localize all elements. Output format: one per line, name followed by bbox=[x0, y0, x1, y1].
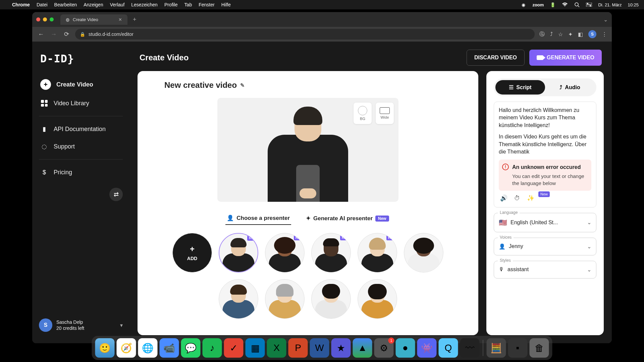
dock-whatsapp[interactable]: 💬 bbox=[181, 338, 201, 358]
presenter-option-7[interactable] bbox=[265, 279, 305, 319]
record-icon[interactable]: ◉ bbox=[520, 2, 526, 8]
dock-drive[interactable]: ▲ bbox=[353, 338, 372, 358]
presenter-option-5[interactable] bbox=[404, 233, 443, 273]
zoom-status[interactable]: zoom bbox=[532, 2, 544, 7]
presenter-option-8[interactable] bbox=[311, 279, 351, 319]
voices-select[interactable]: 👤 Jenny ⌄ bbox=[494, 238, 596, 255]
tab-title: Create Video bbox=[73, 17, 98, 22]
share-icon[interactable]: ⤴ bbox=[550, 31, 553, 37]
dock-quicktime[interactable]: Q bbox=[439, 338, 458, 358]
presenter-option-1[interactable]: HQ bbox=[219, 233, 258, 273]
menu-profile[interactable]: Profile bbox=[164, 2, 178, 7]
chevron-down-icon: ⌄ bbox=[587, 243, 591, 250]
dock-excel[interactable]: X bbox=[267, 338, 286, 358]
dock-finder[interactable]: 🙂 bbox=[95, 338, 115, 358]
add-presenter-button[interactable]: + ADD bbox=[172, 233, 212, 273]
language-select[interactable]: 🇺🇸 English (United St... ⌄ bbox=[494, 213, 596, 232]
tab-close-icon[interactable]: ✕ bbox=[118, 17, 122, 22]
tab-generate-presenter[interactable]: ✦ Generate AI presenter New bbox=[305, 212, 390, 225]
presenter-option-3[interactable]: HQ bbox=[311, 233, 351, 273]
profile-avatar[interactable]: S bbox=[588, 30, 596, 38]
tab-script[interactable]: ☰ Script bbox=[495, 80, 545, 95]
menu-tab[interactable]: Tab bbox=[184, 2, 192, 7]
sidebar: D-ID} + Create Video Video Library ▮ API… bbox=[32, 42, 129, 343]
dock-todoist[interactable]: ✓ bbox=[224, 338, 244, 358]
google-lens-icon[interactable]: Ⓖ bbox=[539, 31, 545, 38]
search-icon[interactable] bbox=[574, 2, 580, 8]
menu-anzeigen[interactable]: Anzeigen bbox=[84, 2, 103, 7]
reload-button[interactable]: ⟳ bbox=[62, 31, 70, 38]
menubar-app-name[interactable]: Chrome bbox=[12, 2, 30, 7]
dock-powerpoint[interactable]: P bbox=[288, 338, 308, 358]
wifi-icon[interactable] bbox=[562, 2, 568, 8]
tab-audio[interactable]: ⤴ Audio bbox=[545, 80, 595, 95]
dock-imovie[interactable]: ★ bbox=[331, 338, 351, 358]
dock-audio-app[interactable]: 〰 bbox=[460, 338, 480, 358]
discard-video-button[interactable]: DISCARD VIDEO bbox=[467, 50, 525, 66]
window-maximize-button[interactable] bbox=[50, 17, 54, 21]
menu-fenster[interactable]: Fenster bbox=[199, 2, 214, 7]
microphone-icon: 🎙 bbox=[499, 266, 504, 273]
expand-sidebar-button[interactable]: ⇄ bbox=[109, 188, 123, 201]
sidebar-item-video-library[interactable]: Video Library bbox=[32, 95, 129, 112]
dock-safari[interactable]: 🧭 bbox=[117, 338, 136, 358]
magic-button[interactable]: ✨ bbox=[527, 194, 534, 202]
presenter-option-6[interactable] bbox=[219, 279, 258, 319]
tab-choose-presenter[interactable]: 👤 Choose a presenter bbox=[225, 212, 291, 225]
battery-icon[interactable]: 🔋 bbox=[550, 2, 556, 8]
url-bar[interactable]: 🔒 studio.d-id.com/editor bbox=[75, 29, 535, 40]
sidebar-item-pricing[interactable]: $ Pricing bbox=[32, 164, 129, 181]
window-minimize-button[interactable] bbox=[43, 17, 47, 21]
logo[interactable]: D-ID} bbox=[32, 48, 129, 74]
dock-chrome[interactable]: 🌐 bbox=[138, 338, 158, 358]
timer-button[interactable]: ⏱ bbox=[514, 194, 520, 202]
dock-app-1[interactable]: ● bbox=[396, 338, 415, 358]
edit-pencil-icon[interactable]: ✎ bbox=[240, 82, 245, 88]
dock-trash[interactable]: 🗑 bbox=[530, 338, 549, 358]
dock-settings[interactable]: ⚙1 bbox=[374, 338, 394, 358]
background-button[interactable]: BG bbox=[354, 103, 372, 124]
menu-verlauf[interactable]: Verlauf bbox=[110, 2, 125, 7]
svg-rect-2 bbox=[586, 3, 592, 4]
chrome-menu-icon[interactable]: ⋮ bbox=[602, 31, 607, 38]
dock-calculator[interactable]: 🧮 bbox=[487, 338, 506, 358]
menu-hilfe[interactable]: Hilfe bbox=[221, 2, 231, 7]
hq-badge: HQ bbox=[340, 235, 348, 240]
dock-trello[interactable]: ▦ bbox=[246, 338, 265, 358]
sidebar-item-api[interactable]: ▮ API Documentation bbox=[32, 120, 129, 138]
presenter-option-4[interactable]: HQ bbox=[358, 233, 397, 273]
generate-video-button[interactable]: GENERATE VIDEO bbox=[529, 50, 602, 66]
bookmark-star-icon[interactable]: ☆ bbox=[558, 31, 563, 38]
presenter-option-9[interactable] bbox=[358, 279, 397, 319]
sidebar-item-create-video[interactable]: + Create Video bbox=[32, 74, 129, 95]
listen-button[interactable]: 🔊 bbox=[500, 194, 507, 202]
script-paragraph: Hallo und herzlich Willkommen zu meinem … bbox=[499, 107, 591, 129]
control-center-icon[interactable] bbox=[586, 2, 592, 8]
styles-select[interactable]: 🎙 assistant ⌄ bbox=[494, 261, 596, 279]
back-button[interactable]: ← bbox=[37, 31, 45, 38]
tab-list-chevron-icon[interactable]: ⌄ bbox=[603, 16, 608, 23]
video-title-row[interactable]: New creative video ✎ bbox=[151, 80, 465, 90]
extensions-puzzle-icon[interactable]: ✦ bbox=[568, 31, 573, 38]
presenter-option-2[interactable]: HQ bbox=[265, 233, 305, 273]
dock-app-2[interactable]: ▪ bbox=[508, 338, 528, 358]
menubar-time[interactable]: 10:25 bbox=[628, 2, 639, 7]
new-tab-button[interactable]: + bbox=[130, 16, 139, 23]
dock-discord[interactable]: 👾 bbox=[417, 338, 437, 358]
script-textarea[interactable]: Hallo und herzlich Willkommen zu meinem … bbox=[494, 102, 596, 207]
dock-zoom[interactable]: 📹 bbox=[160, 338, 179, 358]
forward-button[interactable]: → bbox=[50, 31, 58, 38]
document-icon: ▮ bbox=[40, 125, 48, 133]
dock-spotify[interactable]: ♪ bbox=[203, 338, 222, 358]
window-close-button[interactable] bbox=[36, 17, 40, 21]
user-info[interactable]: S Sascha Delp 20 credits left ▾ bbox=[32, 314, 129, 337]
menubar-date[interactable]: Di. 21. März bbox=[598, 2, 622, 7]
dock-word[interactable]: W bbox=[310, 338, 329, 358]
wide-button[interactable]: Wide bbox=[376, 103, 394, 124]
side-panel-icon[interactable]: ◧ bbox=[578, 31, 583, 38]
menu-bearbeiten[interactable]: Bearbeiten bbox=[54, 2, 77, 7]
sidebar-item-support[interactable]: ◌ Support bbox=[32, 138, 129, 155]
menu-lesezeichen[interactable]: Lesezeichen bbox=[131, 2, 158, 7]
menu-datei[interactable]: Datei bbox=[37, 2, 48, 7]
browser-tab[interactable]: ◍ Create Video ✕ bbox=[60, 14, 127, 25]
